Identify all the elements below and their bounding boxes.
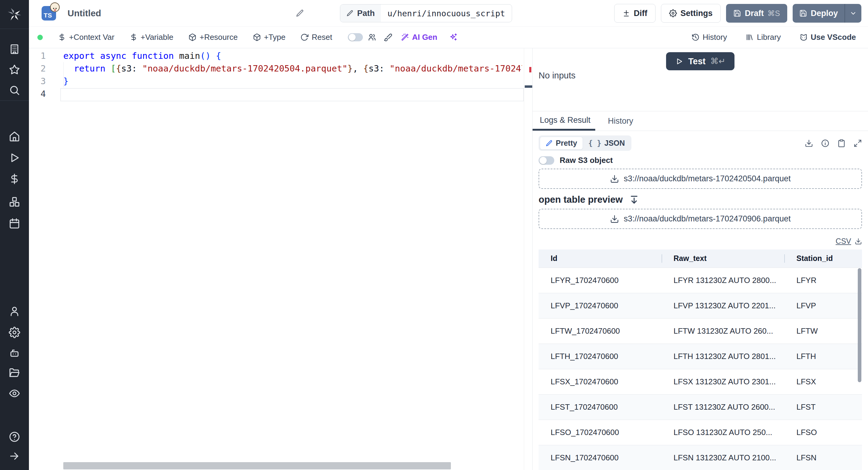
diff-icon (622, 9, 630, 17)
code-token: [ (111, 63, 116, 74)
code-editor[interactable]: 1 2 3 4 export async function main() { r… (29, 48, 532, 470)
raw-s3-row: Raw S3 object (538, 156, 862, 165)
draft-button[interactable]: Draft ⌘S (726, 4, 787, 23)
refresh-icon (301, 33, 309, 41)
current-line-highlight (60, 88, 524, 101)
reset-button[interactable]: Reset (301, 33, 332, 42)
line-number-active: 4 (29, 87, 46, 100)
edit-title-pencil-icon[interactable] (296, 9, 304, 18)
library-button[interactable]: Library (746, 33, 781, 42)
download-icon (610, 214, 619, 224)
sparkles-icon[interactable] (449, 33, 458, 41)
format-brush-icon[interactable] (384, 33, 393, 41)
result-table-wrap: Id Raw_text Station_id LFYR_1702470600LF… (538, 249, 862, 470)
diff-button[interactable]: Diff (614, 4, 655, 23)
cat-icon (800, 33, 808, 41)
path-field[interactable]: Path u/henri/innocuous_script (340, 4, 512, 22)
add-type-button[interactable]: +Type (253, 33, 286, 42)
s3-download-link-1[interactable]: s3://noaa/duckdb/metars-1702420504.parqu… (538, 169, 862, 189)
variables-dollar-icon[interactable] (8, 173, 21, 185)
box-icon (253, 33, 261, 41)
save-icon (799, 9, 807, 17)
deploy-more-button[interactable] (844, 4, 861, 23)
code-token: function (132, 51, 179, 61)
users-icon (368, 33, 376, 41)
gear-icon (669, 9, 677, 17)
user-icon[interactable] (8, 305, 21, 317)
schedules-calendar-icon[interactable] (8, 217, 21, 229)
workers-robot-icon[interactable] (8, 347, 21, 359)
overview-error-marker (529, 67, 531, 72)
info-icon[interactable] (821, 139, 830, 148)
code-token: { (363, 63, 368, 74)
table-row: LFTW_1702470600LFTW 131230Z AUTO 260...L… (538, 318, 862, 344)
result-table: Id Raw_text Station_id LFYR_1702470600LF… (538, 249, 862, 470)
code-token (63, 63, 74, 74)
script-title: Untitled (67, 8, 101, 19)
add-variable-button[interactable]: +Variable (130, 33, 174, 42)
editor-horizontal-scrollbar[interactable] (63, 462, 451, 469)
view-pretty-button[interactable]: Pretty (540, 137, 583, 150)
code-token: () (200, 51, 211, 61)
tab-history[interactable]: History (608, 111, 633, 130)
download-icon (610, 174, 619, 183)
result-actions (805, 139, 862, 148)
settings-button[interactable]: Settings (661, 4, 721, 23)
code-token: { (216, 51, 221, 61)
sidebar (0, 0, 29, 470)
add-context-var-button[interactable]: +Context Var (58, 33, 115, 42)
download-icon[interactable] (805, 139, 813, 148)
path-pencil-icon (346, 10, 353, 17)
pen-icon (546, 140, 553, 147)
expand-icon[interactable] (854, 139, 862, 148)
path-value[interactable]: u/henri/innocuous_script (381, 4, 512, 22)
line-number: 3 (29, 75, 46, 87)
runs-play-icon[interactable] (8, 152, 21, 164)
favorites-star-icon[interactable] (8, 64, 21, 76)
toolbar-right-group: History Library Use VScode (691, 33, 856, 42)
view-json-button[interactable]: { } JSON (583, 137, 630, 149)
result-header: Pretty { } JSON (538, 136, 862, 151)
workspace-building-icon[interactable] (8, 43, 21, 55)
test-shortcut: ⌘↵ (710, 56, 725, 66)
audit-eye-icon[interactable] (8, 387, 21, 400)
deploy-button[interactable]: Deploy (793, 4, 844, 23)
test-button[interactable]: Test ⌘↵ (666, 52, 734, 70)
resources-cubes-icon[interactable] (8, 196, 21, 208)
history-button[interactable]: History (691, 33, 727, 42)
help-circle-icon[interactable] (8, 431, 21, 443)
csv-download-link[interactable]: CSV (836, 237, 851, 245)
table-vertical-scrollbar[interactable] (858, 268, 861, 382)
editor-toolbar: +Context Var +Variable +Resource +Type R… (29, 27, 868, 48)
raw-s3-label: Raw S3 object (560, 156, 613, 165)
open-table-preview-button[interactable]: open table preview (538, 194, 639, 205)
folders-icon[interactable] (8, 367, 21, 379)
search-icon[interactable] (8, 84, 21, 96)
test-section: Test ⌘↵ No inputs (532, 48, 868, 111)
code-token: : (132, 63, 142, 74)
download-icon[interactable] (855, 238, 862, 245)
raw-s3-toggle[interactable] (538, 156, 554, 165)
table-row: LFTH_1702470600LFTH 131230Z AUTO 2801...… (538, 344, 862, 369)
code-token: "noaa/duckdb/metars-1702470906. (390, 63, 522, 74)
windmill-logo[interactable] (0, 0, 29, 29)
code-token: s3 (369, 63, 379, 74)
table-row: LFYR_1702470600LFYR 131230Z AUTO 2800...… (538, 268, 862, 293)
library-books-icon (746, 33, 754, 41)
bun-runtime-icon (50, 2, 60, 12)
multiplayer-toggle[interactable] (348, 33, 363, 41)
s3-download-link-2[interactable]: s3://noaa/duckdb/metars-1702470906.parqu… (538, 209, 862, 229)
add-resource-button[interactable]: +Resource (188, 33, 238, 42)
settings-gear-icon[interactable] (8, 326, 21, 339)
expand-arrow-right-icon[interactable] (8, 450, 21, 462)
result-content: Pretty { } JSON (532, 131, 868, 470)
tab-logs-result[interactable]: Logs & Result (532, 111, 595, 130)
clipboard-copy-icon[interactable] (837, 139, 846, 148)
use-vscode-button[interactable]: Use VScode (800, 33, 856, 42)
deploy-split-button: Deploy (793, 4, 861, 23)
no-inputs-label: No inputs (538, 70, 576, 81)
code-token (105, 63, 111, 74)
ai-gen-button[interactable]: AI Gen (401, 33, 437, 42)
home-icon[interactable] (8, 130, 21, 142)
play-icon (675, 57, 683, 65)
